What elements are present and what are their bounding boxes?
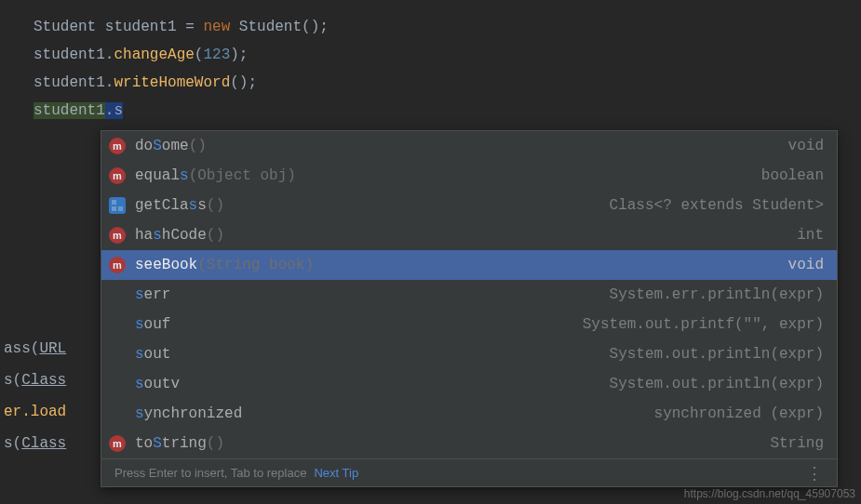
suggestion-type: void bbox=[788, 138, 824, 154]
suggestion-label: soutv bbox=[135, 376, 180, 392]
code-text: . bbox=[105, 46, 114, 63]
method-name: writeHomeWord bbox=[114, 74, 230, 91]
bg-code-line: s(Class bbox=[4, 428, 66, 459]
template-icon bbox=[109, 405, 126, 422]
typed-prefix: .s bbox=[105, 102, 123, 119]
suggestion-type: System.out.println(expr) bbox=[610, 346, 824, 363]
suggestion-label: serr bbox=[135, 286, 170, 303]
suggestion-label: equals(Object obj) bbox=[135, 167, 296, 184]
background-code: ass(URL s(Class er.load s(Class bbox=[0, 333, 66, 459]
method-icon: m bbox=[109, 257, 126, 273]
suggestion-label: doSome() bbox=[135, 138, 207, 154]
suggestion-type: synchronized (expr) bbox=[654, 405, 824, 422]
template-icon bbox=[109, 376, 126, 392]
template-icon bbox=[109, 286, 126, 303]
autocomplete-item[interactable]: mequals(Object obj)boolean bbox=[101, 161, 837, 191]
suggestion-type: String bbox=[770, 435, 824, 452]
code-text: (); bbox=[230, 74, 257, 91]
suggestion-type: int bbox=[797, 227, 824, 244]
suggestion-label: souf bbox=[135, 316, 170, 333]
svg-rect-2 bbox=[112, 206, 116, 211]
template-icon bbox=[109, 316, 126, 333]
code-line: student1.writeHomeWord(); bbox=[34, 69, 861, 97]
method-name: changeAge bbox=[114, 46, 194, 63]
code-text: Student student1 = bbox=[34, 19, 203, 35]
autocomplete-item[interactable]: soutSystem.out.println(expr) bbox=[101, 339, 837, 369]
suggestion-type: boolean bbox=[761, 167, 824, 184]
autocomplete-item[interactable]: mdoSome()void bbox=[101, 131, 837, 161]
svg-rect-0 bbox=[112, 200, 116, 205]
code-line: Student student1 = new Student(); bbox=[34, 13, 861, 41]
svg-rect-1 bbox=[118, 206, 123, 211]
autocomplete-popup[interactable]: mdoSome()voidmequals(Object obj)booleang… bbox=[101, 130, 838, 487]
code-text: student1 bbox=[34, 74, 105, 91]
autocomplete-item[interactable]: soutvSystem.out.println(expr) bbox=[101, 369, 837, 399]
suggestion-label: hashCode() bbox=[135, 227, 224, 244]
suggestion-label: sout bbox=[135, 346, 170, 363]
number-literal: 123 bbox=[203, 46, 230, 63]
template-icon bbox=[109, 346, 126, 363]
method-icon: m bbox=[109, 227, 126, 244]
code-line: student1.changeAge(123); bbox=[34, 41, 861, 69]
suggestion-label: getClass() bbox=[135, 197, 224, 214]
bg-code-line: er.load bbox=[4, 396, 66, 428]
autocomplete-item[interactable]: serrSystem.err.println(expr) bbox=[101, 280, 837, 310]
bg-code-line: s(Class bbox=[4, 365, 66, 396]
autocomplete-footer: Press Enter to insert, Tab to replace Ne… bbox=[101, 458, 837, 486]
autocomplete-item[interactable]: mseeBook(String book)void bbox=[101, 250, 837, 280]
method-icon: m bbox=[109, 167, 126, 184]
code-text: student1 bbox=[34, 46, 105, 63]
code-text: . bbox=[105, 74, 114, 91]
method-icon: m bbox=[109, 138, 126, 154]
suggestion-type: System.out.printf("", expr) bbox=[583, 316, 824, 333]
autocomplete-item[interactable]: mtoString()String bbox=[101, 429, 837, 458]
code-line: student1.s bbox=[34, 97, 861, 125]
code-text: ( bbox=[195, 46, 204, 63]
suggestion-label: toString() bbox=[135, 435, 224, 452]
autocomplete-item[interactable]: soufSystem.out.printf("", expr) bbox=[101, 310, 837, 339]
suggestion-type: Class<? extends Student> bbox=[610, 197, 824, 214]
watermark: https://blog.csdn.net/qq_45907053 bbox=[684, 487, 855, 500]
autocomplete-item[interactable]: getClass()Class<? extends Student> bbox=[101, 191, 837, 220]
code-text: Student(); bbox=[230, 19, 329, 35]
more-icon[interactable]: ⋮ bbox=[806, 470, 824, 477]
class-icon bbox=[109, 197, 126, 214]
suggestion-type: System.err.println(expr) bbox=[610, 286, 824, 303]
bg-code-line: ass(URL bbox=[4, 333, 66, 365]
suggestion-type: System.out.println(expr) bbox=[610, 376, 824, 392]
autocomplete-item[interactable]: mhashCode()int bbox=[101, 220, 837, 250]
suggestion-label: synchronized bbox=[135, 405, 242, 422]
suggestion-label: seeBook(String book) bbox=[135, 257, 314, 273]
code-text: ); bbox=[230, 46, 248, 63]
autocomplete-item[interactable]: synchronizedsynchronized (expr) bbox=[101, 399, 837, 429]
code-editor[interactable]: Student student1 = new Student(); studen… bbox=[0, 0, 861, 125]
keyword-new: new bbox=[203, 19, 230, 35]
code-text: student1 bbox=[34, 102, 105, 119]
suggestion-type: void bbox=[788, 257, 824, 273]
next-tip-link[interactable]: Next Tip bbox=[314, 466, 358, 480]
method-icon: m bbox=[109, 435, 126, 452]
footer-hint: Press Enter to insert, Tab to replace bbox=[114, 466, 306, 480]
